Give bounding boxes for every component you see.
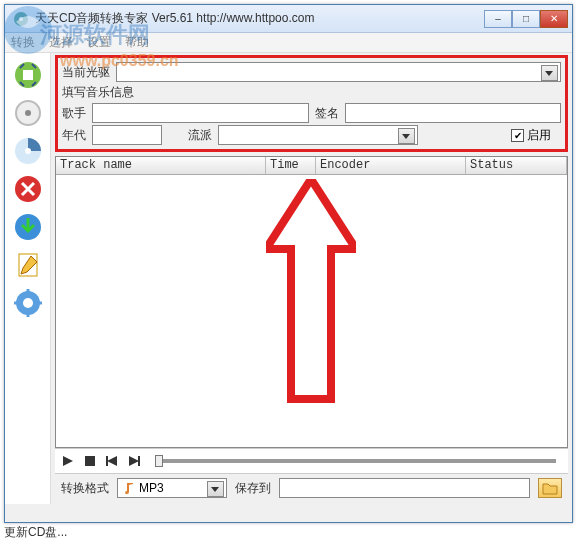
signature-label: 签名 [315, 105, 339, 122]
svg-rect-24 [138, 456, 140, 466]
table-header: Track name Time Encoder Status [56, 157, 567, 175]
note-icon [122, 481, 136, 495]
bottom-bar: 转换格式 MP3 保存到 [55, 474, 568, 502]
minimize-button[interactable]: – [484, 10, 512, 28]
svg-marker-18 [266, 179, 356, 399]
playback-bar [55, 448, 568, 474]
sidebar [5, 53, 51, 504]
cd-icon[interactable] [12, 135, 44, 167]
svg-marker-21 [107, 456, 117, 466]
drive-combo[interactable] [116, 62, 561, 82]
genre-label: 流派 [188, 127, 212, 144]
genre-combo[interactable] [218, 125, 418, 145]
menu-settings[interactable]: 设置 [87, 34, 111, 51]
checkbox-icon: ✔ [511, 129, 524, 142]
svg-point-13 [23, 298, 33, 308]
window-title: 天天CD音频转换专家 Ver5.61 http://www.httpoo.com [35, 10, 484, 27]
svg-point-8 [25, 148, 31, 154]
titlebar: 天天CD音频转换专家 Ver5.61 http://www.httpoo.com… [5, 5, 572, 33]
signature-input[interactable] [345, 103, 562, 123]
main-window: 天天CD音频转换专家 Ver5.61 http://www.httpoo.com… [4, 4, 573, 523]
folder-icon [542, 481, 558, 495]
drive-label: 当前光驱 [62, 64, 110, 81]
col-trackname[interactable]: Track name [56, 157, 266, 174]
year-label: 年代 [62, 127, 86, 144]
menu-help[interactable]: 帮助 [125, 34, 149, 51]
svg-rect-22 [106, 456, 108, 466]
status-text: 更新CD盘... [4, 524, 67, 541]
svg-marker-19 [63, 456, 73, 466]
enable-label: 启用 [527, 127, 551, 144]
settings-icon[interactable] [12, 287, 44, 319]
app-icon [13, 11, 29, 27]
music-info-panel: 当前光驱 填写音乐信息 歌手 签名 年代 流派 ✔ [55, 55, 568, 152]
annotation-arrow-icon [266, 179, 356, 404]
menu-select[interactable]: 选择 [49, 34, 73, 51]
download-icon[interactable] [12, 211, 44, 243]
table-body[interactable] [56, 175, 567, 447]
browse-button[interactable] [538, 478, 562, 498]
svg-marker-23 [129, 456, 139, 466]
col-time[interactable]: Time [266, 157, 316, 174]
close-button[interactable]: ✕ [540, 10, 568, 28]
edit-icon[interactable] [12, 249, 44, 281]
seek-knob[interactable] [155, 455, 163, 467]
saveto-input[interactable] [279, 478, 530, 498]
seek-slider[interactable] [155, 459, 556, 463]
saveto-label: 保存到 [235, 480, 271, 497]
cancel-icon[interactable] [12, 173, 44, 205]
disc-icon[interactable] [12, 97, 44, 129]
track-table: Track name Time Encoder Status [55, 156, 568, 448]
music-info-label: 填写音乐信息 [62, 84, 561, 101]
play-button[interactable] [61, 454, 75, 468]
col-encoder[interactable]: Encoder [316, 157, 466, 174]
format-combo[interactable]: MP3 [117, 478, 227, 498]
maximize-button[interactable]: □ [512, 10, 540, 28]
rip-icon[interactable] [12, 59, 44, 91]
menubar: 转换 选择 设置 帮助 [5, 33, 572, 53]
menu-convert[interactable]: 转换 [11, 34, 35, 51]
format-value: MP3 [139, 481, 164, 495]
singer-input[interactable] [92, 103, 309, 123]
stop-button[interactable] [83, 454, 97, 468]
prev-button[interactable] [105, 454, 119, 468]
enable-checkbox[interactable]: ✔ 启用 [511, 127, 551, 144]
svg-point-6 [25, 110, 31, 116]
next-button[interactable] [127, 454, 141, 468]
format-label: 转换格式 [61, 480, 109, 497]
year-input[interactable] [92, 125, 162, 145]
singer-label: 歌手 [62, 105, 86, 122]
svg-rect-20 [85, 456, 95, 466]
svg-point-2 [19, 17, 23, 21]
col-status[interactable]: Status [466, 157, 567, 174]
